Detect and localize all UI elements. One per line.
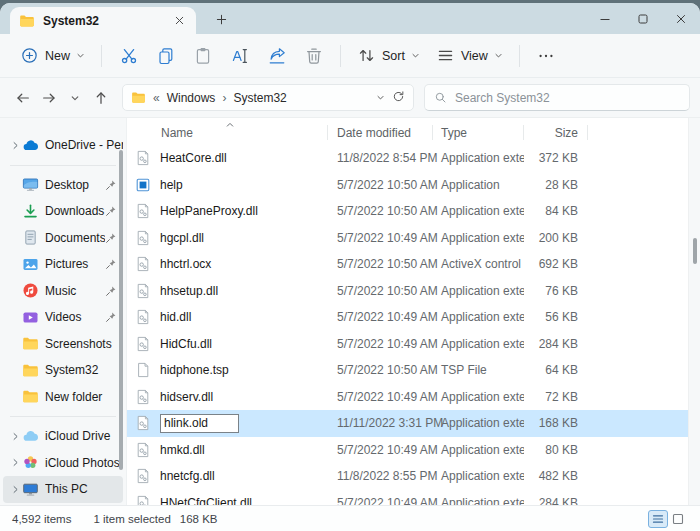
sidebar-item-desktop[interactable]: Desktop bbox=[3, 172, 123, 199]
breadcrumb-segment-windows[interactable]: Windows bbox=[167, 91, 216, 105]
file-size: 28 KB bbox=[524, 178, 588, 192]
more-options-button[interactable] bbox=[528, 40, 565, 72]
file-row[interactable]: hmkd.dll5/7/2022 10:49 AMApplication ext… bbox=[127, 437, 700, 464]
refresh-icon[interactable] bbox=[392, 90, 405, 106]
column-header-size[interactable]: Size bbox=[524, 121, 588, 145]
file-name-cell: hmkd.dll bbox=[127, 442, 328, 458]
list-scrollbar-track[interactable] bbox=[688, 118, 700, 505]
file-row[interactable]: hnetcfg.dll11/8/2022 8:55 PMApplication … bbox=[127, 463, 700, 490]
cut-button[interactable] bbox=[110, 40, 147, 72]
sort-button-label: Sort bbox=[382, 49, 405, 63]
toolbar-separator bbox=[101, 45, 102, 67]
sidebar-item-downloads[interactable]: Downloads bbox=[3, 198, 123, 225]
sidebar-item-pictures[interactable]: Pictures bbox=[3, 251, 123, 278]
file-row[interactable]: help5/7/2022 10:50 AMApplication28 KB bbox=[127, 172, 700, 199]
sidebar-item-documents[interactable]: Documents bbox=[3, 225, 123, 252]
chevron-right-icon[interactable] bbox=[8, 458, 22, 467]
pin-icon bbox=[105, 311, 117, 323]
file-name: hid.dll bbox=[160, 310, 191, 324]
navigation-pane: OneDrive - PersoDesktopDownloadsDocument… bbox=[0, 118, 126, 505]
forward-button[interactable] bbox=[36, 85, 62, 111]
up-button[interactable] bbox=[88, 85, 114, 111]
thumbnail-view-button[interactable] bbox=[668, 510, 688, 528]
copy-button[interactable] bbox=[147, 40, 184, 72]
sidebar-item-icloud-photos[interactable]: iCloud Photos bbox=[3, 450, 123, 477]
file-type: Application extens... bbox=[433, 310, 524, 324]
onedrive-icon bbox=[22, 137, 39, 154]
search-box[interactable] bbox=[424, 84, 690, 111]
sidebar-item-system32[interactable]: System32 bbox=[3, 357, 123, 384]
column-header-type[interactable]: Type bbox=[433, 121, 524, 145]
sidebar-item-this-pc[interactable]: This PC bbox=[3, 476, 123, 503]
breadcrumb-segment-system32[interactable]: System32 bbox=[233, 91, 286, 105]
chevron-right-icon[interactable] bbox=[8, 141, 22, 150]
sidebar-item-music[interactable]: Music bbox=[3, 278, 123, 305]
paste-button[interactable] bbox=[184, 40, 221, 72]
delete-button[interactable] bbox=[295, 40, 332, 72]
rename-button[interactable] bbox=[221, 40, 258, 72]
icloud-icon bbox=[22, 428, 39, 445]
share-button[interactable] bbox=[258, 40, 295, 72]
titlebar[interactable]: System32 bbox=[0, 3, 700, 34]
breadcrumb-overflow[interactable]: « bbox=[153, 91, 160, 105]
sidebar-item-new-folder[interactable]: New folder bbox=[3, 384, 123, 411]
chevron-right-icon[interactable] bbox=[8, 485, 22, 494]
back-button[interactable] bbox=[10, 85, 36, 111]
downloads-icon bbox=[22, 203, 39, 220]
column-header-name[interactable]: Name bbox=[127, 121, 328, 145]
file-row[interactable]: hhsetup.dll5/7/2022 10:50 AMApplication … bbox=[127, 278, 700, 305]
file-date-modified: 5/7/2022 10:49 AM bbox=[328, 337, 433, 351]
file-date-modified: 5/7/2022 10:49 AM bbox=[328, 231, 433, 245]
file-type: Application extens... bbox=[433, 390, 524, 404]
address-dropdown-icon[interactable] bbox=[376, 91, 385, 105]
file-row[interactable]: hidphone.tsp5/7/2022 10:50 AMTSP File64 … bbox=[127, 357, 700, 384]
folder-icon bbox=[19, 13, 35, 29]
details-view-icon bbox=[652, 513, 664, 525]
copy-icon bbox=[156, 46, 176, 66]
view-button[interactable]: View bbox=[428, 40, 511, 71]
file-row[interactable]: hgcpl.dll5/7/2022 10:49 AMApplication ex… bbox=[127, 225, 700, 252]
file-row[interactable]: hid.dll5/7/2022 10:49 AMApplication exte… bbox=[127, 304, 700, 331]
sidebar-scrollbar[interactable] bbox=[119, 150, 123, 470]
tab-close-icon[interactable] bbox=[171, 13, 187, 29]
rename-input[interactable] bbox=[160, 414, 239, 433]
file-row[interactable]: hidserv.dll5/7/2022 10:49 AMApplication … bbox=[127, 384, 700, 411]
search-input[interactable] bbox=[455, 91, 680, 105]
file-row[interactable]: HNetCfgClient.dll5/7/2022 10:49 AMApplic… bbox=[127, 490, 700, 506]
list-scrollbar-thumb[interactable] bbox=[693, 238, 697, 264]
close-button[interactable] bbox=[662, 3, 700, 34]
dll-icon bbox=[135, 150, 151, 166]
file-size: 64 KB bbox=[524, 363, 588, 377]
file-row[interactable]: HeatCore.dll11/8/2022 8:54 PMApplication… bbox=[127, 145, 700, 172]
new-tab-button[interactable] bbox=[212, 10, 230, 28]
chevron-right-icon[interactable] bbox=[8, 432, 22, 441]
sidebar-item-label: New folder bbox=[45, 390, 123, 404]
window-controls bbox=[586, 3, 700, 34]
address-row: « Windows › System32 bbox=[0, 78, 700, 118]
file-row[interactable]: HelpPaneProxy.dll5/7/2022 10:50 AMApplic… bbox=[127, 198, 700, 225]
sidebar-item-label: iCloud Drive bbox=[45, 429, 123, 443]
column-header-date-modified[interactable]: Date modified bbox=[328, 121, 433, 145]
file-name-cell: hhsetup.dll bbox=[127, 283, 328, 299]
search-icon bbox=[434, 91, 447, 104]
file-row[interactable]: HidCfu.dll5/7/2022 10:49 AMApplication e… bbox=[127, 331, 700, 358]
sidebar-item-screenshots[interactable]: Screenshots bbox=[3, 331, 123, 358]
sort-button[interactable]: Sort bbox=[349, 40, 428, 71]
sidebar-item-icloud-drive[interactable]: iCloud Drive bbox=[3, 423, 123, 450]
explorer-tab[interactable]: System32 bbox=[10, 7, 196, 34]
minimize-button[interactable] bbox=[586, 3, 624, 34]
new-button[interactable]: New bbox=[12, 40, 93, 71]
file-row[interactable]: hhctrl.ocx5/7/2022 10:50 AMActiveX contr… bbox=[127, 251, 700, 278]
maximize-button[interactable] bbox=[624, 3, 662, 34]
address-bar[interactable]: « Windows › System32 bbox=[122, 84, 414, 111]
ellipsis-icon bbox=[536, 46, 556, 66]
this-pc-icon bbox=[22, 481, 39, 498]
recent-locations-button[interactable] bbox=[62, 85, 88, 111]
sidebar-item-onedrive-perso[interactable]: OneDrive - Perso bbox=[3, 132, 123, 159]
sidebar-item-label: iCloud Photos bbox=[45, 456, 123, 470]
file-row[interactable]: 11/11/2022 3:31 PMApplication extens...1… bbox=[127, 410, 700, 437]
details-view-button[interactable] bbox=[648, 510, 668, 528]
sidebar-item-videos[interactable]: Videos bbox=[3, 304, 123, 331]
file-date-modified: 11/8/2022 8:55 PM bbox=[328, 469, 433, 483]
file-icon bbox=[135, 362, 151, 378]
